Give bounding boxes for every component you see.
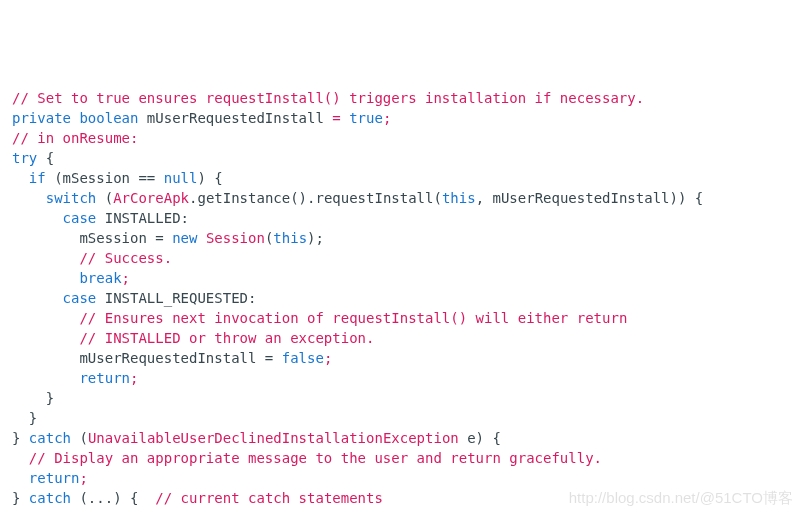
code-text: ( bbox=[96, 190, 113, 206]
code-line: private boolean mUserRequestedInstall = … bbox=[12, 108, 791, 128]
keyword: try bbox=[12, 150, 37, 166]
code-line: // INSTALLED or throw an exception. bbox=[12, 328, 791, 348]
indent bbox=[12, 210, 63, 226]
punct: ; bbox=[79, 470, 87, 486]
literal: null bbox=[164, 170, 198, 186]
comment: // Display an appropriate message to the… bbox=[29, 450, 602, 466]
keyword: catch bbox=[29, 430, 71, 446]
code-line: } bbox=[12, 408, 791, 428]
indent bbox=[12, 290, 63, 306]
code-text: e) { bbox=[459, 430, 501, 446]
code-line: // Success. bbox=[12, 248, 791, 268]
comment: // Ensures next invocation of requestIns… bbox=[79, 310, 627, 326]
code-text: (...) { bbox=[71, 490, 155, 506]
code-text: } bbox=[12, 430, 29, 446]
comment: // INSTALLED or throw an exception. bbox=[79, 330, 374, 346]
punct: ; bbox=[130, 370, 138, 386]
code-line: mSession = new Session(this); bbox=[12, 228, 791, 248]
code-text: INSTALL_REQUESTED: bbox=[96, 290, 256, 306]
code-text: mUserRequestedInstall bbox=[138, 110, 332, 126]
code-text bbox=[197, 230, 205, 246]
code-line: ... bbox=[12, 508, 791, 514]
code-line: if (mSession == null) { bbox=[12, 168, 791, 188]
comment: // Set to true ensures requestInstall() … bbox=[12, 90, 644, 106]
keyword: this bbox=[442, 190, 476, 206]
punct: ; bbox=[324, 350, 332, 366]
code-line: case INSTALLED: bbox=[12, 208, 791, 228]
keyword: return bbox=[29, 470, 80, 486]
code-text: ( bbox=[71, 430, 88, 446]
code-text: } bbox=[12, 410, 37, 426]
comment: // current catch statements bbox=[155, 490, 383, 506]
type: Session bbox=[206, 230, 265, 246]
code-line: } bbox=[12, 388, 791, 408]
literal: false bbox=[282, 350, 324, 366]
method: requestInstall bbox=[315, 190, 433, 206]
indent bbox=[12, 370, 79, 386]
code-text: ( bbox=[433, 190, 441, 206]
keyword: return bbox=[79, 370, 130, 386]
code-line: return; bbox=[12, 468, 791, 488]
indent bbox=[12, 450, 29, 466]
indent bbox=[12, 310, 79, 326]
indent bbox=[12, 190, 46, 206]
indent bbox=[12, 270, 79, 286]
keyword: this bbox=[273, 230, 307, 246]
keyword: break bbox=[79, 270, 121, 286]
code-block: // Set to true ensures requestInstall() … bbox=[12, 88, 791, 514]
code-line: // in onResume: bbox=[12, 128, 791, 148]
code-text: ... bbox=[12, 510, 54, 514]
code-text: { bbox=[37, 150, 54, 166]
punct: ; bbox=[383, 110, 391, 126]
indent bbox=[12, 330, 79, 346]
keyword: case bbox=[63, 210, 97, 226]
code-text: mUserRequestedInstall = bbox=[12, 350, 282, 366]
code-line: case INSTALL_REQUESTED: bbox=[12, 288, 791, 308]
code-text: mSession = bbox=[12, 230, 172, 246]
code-text: } bbox=[12, 390, 54, 406]
comment: // in onResume: bbox=[12, 130, 138, 146]
code-text: ) { bbox=[197, 170, 222, 186]
code-text: (). bbox=[290, 190, 315, 206]
code-text: ); bbox=[307, 230, 324, 246]
code-line: } catch (...) { // current catch stateme… bbox=[12, 488, 791, 508]
code-line: switch (ArCoreApk.getInstance().requestI… bbox=[12, 188, 791, 208]
code-line: // Display an appropriate message to the… bbox=[12, 448, 791, 468]
keyword: private boolean bbox=[12, 110, 138, 126]
code-text: } bbox=[12, 490, 29, 506]
code-line: return; bbox=[12, 368, 791, 388]
keyword: switch bbox=[46, 190, 97, 206]
indent bbox=[12, 250, 79, 266]
indent bbox=[12, 470, 29, 486]
code-line: mUserRequestedInstall = false; bbox=[12, 348, 791, 368]
keyword: case bbox=[63, 290, 97, 306]
operator: = bbox=[332, 110, 340, 126]
indent bbox=[12, 170, 29, 186]
method: getInstance bbox=[197, 190, 290, 206]
code-line: try { bbox=[12, 148, 791, 168]
code-text: INSTALLED: bbox=[96, 210, 189, 226]
code-line: // Ensures next invocation of requestIns… bbox=[12, 308, 791, 328]
code-line: break; bbox=[12, 268, 791, 288]
code-text: (mSession == bbox=[46, 170, 164, 186]
type: ArCoreApk bbox=[113, 190, 189, 206]
comment: // Success. bbox=[79, 250, 172, 266]
code-text: , mUserRequestedInstall)) { bbox=[476, 190, 704, 206]
type: UnavailableUserDeclinedInstallationExcep… bbox=[88, 430, 459, 446]
code-line: // Set to true ensures requestInstall() … bbox=[12, 88, 791, 108]
keyword: catch bbox=[29, 490, 71, 506]
literal: true bbox=[349, 110, 383, 126]
code-text bbox=[341, 110, 349, 126]
code-line: } catch (UnavailableUserDeclinedInstalla… bbox=[12, 428, 791, 448]
keyword: if bbox=[29, 170, 46, 186]
keyword: new bbox=[172, 230, 197, 246]
punct: ; bbox=[122, 270, 130, 286]
